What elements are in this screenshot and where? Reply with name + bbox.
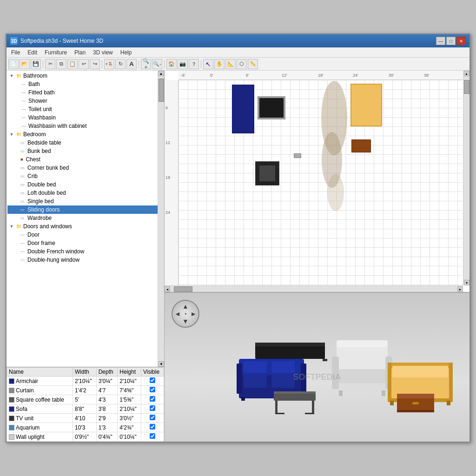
nav-up[interactable]: ▲	[182, 303, 189, 310]
toolbar-redo[interactable]: ↪	[90, 59, 100, 69]
toolbar-open[interactable]: 📂	[20, 59, 30, 69]
category-bedroom[interactable]: ▼ 📁 Bedroom	[7, 130, 163, 139]
fp-curtain[interactable]	[318, 81, 350, 211]
toolbar-copy[interactable]: ⧉	[56, 59, 66, 69]
visibility-checkbox[interactable]	[150, 415, 155, 420]
cell-visible[interactable]	[141, 414, 164, 423]
fp-scroll-right[interactable]: ►	[457, 286, 463, 292]
toolbar-undo[interactable]: ↩	[79, 59, 89, 69]
toolbar-room[interactable]: ⬡	[237, 59, 247, 69]
fp-chest[interactable]	[351, 139, 371, 152]
scroll-thumb[interactable]	[159, 79, 164, 102]
fp-scroll-left[interactable]: ◄	[165, 286, 170, 292]
toolbar-paste[interactable]: 📋	[67, 59, 78, 69]
nav-circle[interactable]: ▲ ▼ ◄ ► ✦	[172, 300, 199, 328]
nav-center[interactable]: ✦	[184, 312, 187, 316]
cell-visible[interactable]	[141, 404, 164, 414]
collapse-bedroom[interactable]: ▼	[9, 132, 14, 137]
cell-visible[interactable]	[141, 442, 164, 442]
item-door-frame[interactable]: — Door frame	[7, 239, 163, 247]
visibility-checkbox[interactable]	[150, 424, 155, 430]
cell-visible[interactable]	[141, 432, 164, 442]
cell-visible[interactable]	[141, 395, 164, 404]
close-button[interactable]: ✕	[456, 37, 466, 45]
floorplan-scrollbar-h[interactable]: ◄ ►	[165, 285, 463, 292]
item-washbasin[interactable]: — Washbasin	[7, 113, 163, 122]
category-bathroom[interactable]: ▼ 📁 Bathroom	[7, 72, 163, 80]
item-toilet[interactable]: — Toilet unit	[7, 105, 163, 113]
item-loft-double[interactable]: ▭ Loft double bed	[7, 189, 163, 197]
toolbar-zoomin[interactable]: 🔍+	[141, 59, 151, 69]
toolbar-zoomout[interactable]: 🔍-	[152, 59, 162, 69]
nav-left[interactable]: ◄	[174, 310, 181, 317]
fp-wall-item[interactable]	[294, 153, 301, 158]
category-doors-windows[interactable]: ▼ 📁 Doors and windows	[7, 222, 163, 231]
item-sliding-doors[interactable]: ▭ Sliding doors	[7, 205, 163, 214]
fp-armchair[interactable]	[350, 84, 382, 126]
menu-file[interactable]: File	[8, 48, 23, 57]
visibility-checkbox[interactable]	[150, 405, 155, 411]
floor-plan[interactable]: -6' 0' 6' 12' 18' 24' 30' 36' 6 12 18 24	[165, 71, 469, 293]
cell-visible[interactable]	[141, 377, 164, 386]
toolbar-measure[interactable]: 📏	[248, 59, 258, 69]
table-row[interactable]: Double bed 5'4 8'2 2'3½"	[7, 442, 164, 442]
table-row[interactable]: Aquarium 10'3 1'3 4'2¾"	[7, 423, 164, 432]
nav-down[interactable]: ▼	[182, 317, 189, 325]
item-chest[interactable]: ■ Chest	[7, 155, 163, 164]
toolbar-video[interactable]: 📷	[178, 59, 188, 69]
table-row[interactable]: Wall uplight 0'9½" 0'4¾" 0'10¼"	[7, 432, 164, 442]
toolbar-help[interactable]: ?	[189, 59, 199, 69]
fp-scroll-up[interactable]: ▲	[464, 71, 469, 76]
item-hung-window[interactable]: — Double-hung window	[7, 256, 163, 264]
collapse-doors[interactable]: ▼	[9, 224, 14, 229]
item-washbasin-cabinet[interactable]: — Washbasin with cabinet	[7, 122, 163, 130]
menu-help[interactable]: Help	[118, 48, 135, 57]
toolbar-rotate[interactable]: ↻	[115, 59, 126, 69]
nav-control[interactable]: ▲ ▼ ◄ ► ✦	[172, 300, 199, 328]
item-door[interactable]: — Door	[7, 231, 163, 239]
item-fitted-bath[interactable]: — Fitted bath	[7, 88, 163, 97]
fp-scroll-thumb-v[interactable]	[464, 80, 469, 94]
table-row[interactable]: Armchair 2'10¼" 3'0¼" 2'10¼"	[7, 377, 164, 386]
visibility-checkbox[interactable]	[150, 433, 155, 439]
item-wardrobe[interactable]: ▭ Wardrobe	[7, 214, 163, 222]
item-shower[interactable]: — Shower	[7, 97, 163, 105]
item-doublebed[interactable]: ▭ Double bed	[7, 180, 163, 189]
toolbar-text[interactable]: A	[126, 59, 137, 69]
toolbar-cut[interactable]: ✂	[45, 59, 55, 69]
table-row[interactable]: TV unit 4'10 2'9 3'0½"	[7, 414, 164, 423]
collapse-bathroom[interactable]: ▼	[9, 73, 14, 78]
scroll-down-arrow[interactable]: ▼	[159, 361, 164, 367]
item-french-window[interactable]: — Double French window	[7, 247, 163, 256]
floorplan-scrollbar-v[interactable]: ▲ ▼	[463, 71, 469, 285]
cell-visible[interactable]	[141, 423, 164, 432]
fp-coffee-table[interactable]	[255, 161, 279, 185]
maximize-button[interactable]: □	[446, 37, 456, 45]
scroll-up-arrow[interactable]: ▲	[159, 71, 164, 76]
toolbar-save[interactable]: 💾	[31, 59, 41, 69]
item-corner-bunk[interactable]: ▭ Corner bunk bed	[7, 164, 163, 172]
minimize-button[interactable]: —	[436, 37, 445, 45]
item-crib[interactable]: ▭ Crib	[7, 172, 163, 180]
tree-scrollbar[interactable]: ▲ ▼	[158, 71, 164, 367]
fp-tv-unit[interactable]	[258, 96, 285, 119]
menu-edit[interactable]: Edit	[25, 48, 40, 57]
menu-3dview[interactable]: 3D view	[90, 48, 116, 57]
cell-visible[interactable]	[141, 386, 164, 395]
menu-plan[interactable]: Plan	[72, 48, 88, 57]
item-bedside[interactable]: ▭ Bedside table	[7, 139, 163, 147]
toolbar-select[interactable]: ↖	[203, 59, 213, 69]
fp-sofa[interactable]	[232, 85, 254, 133]
visibility-checkbox[interactable]	[150, 377, 155, 383]
toolbar-addfurn[interactable]: +🪑	[104, 59, 114, 69]
table-row[interactable]: Curtain 1'4'2 4'7 7'4⅝"	[7, 386, 164, 395]
fp-scroll-thumb-h[interactable]	[174, 286, 192, 292]
item-bath[interactable]: — Bath	[7, 80, 163, 88]
table-row[interactable]: Square coffee table 5' 4'3 1'5⅜"	[7, 395, 164, 404]
visibility-checkbox[interactable]	[150, 387, 155, 392]
table-row[interactable]: Sofa 8'8" 3'8 2'10¼"	[7, 404, 164, 414]
tree-scroll-area[interactable]: ▼ 📁 Bathroom — Bath — Fitted bath	[7, 71, 164, 367]
nav-right[interactable]: ►	[190, 310, 197, 317]
fp-scroll-down[interactable]: ▼	[464, 280, 469, 285]
toolbar-new[interactable]: 📄	[8, 59, 19, 69]
